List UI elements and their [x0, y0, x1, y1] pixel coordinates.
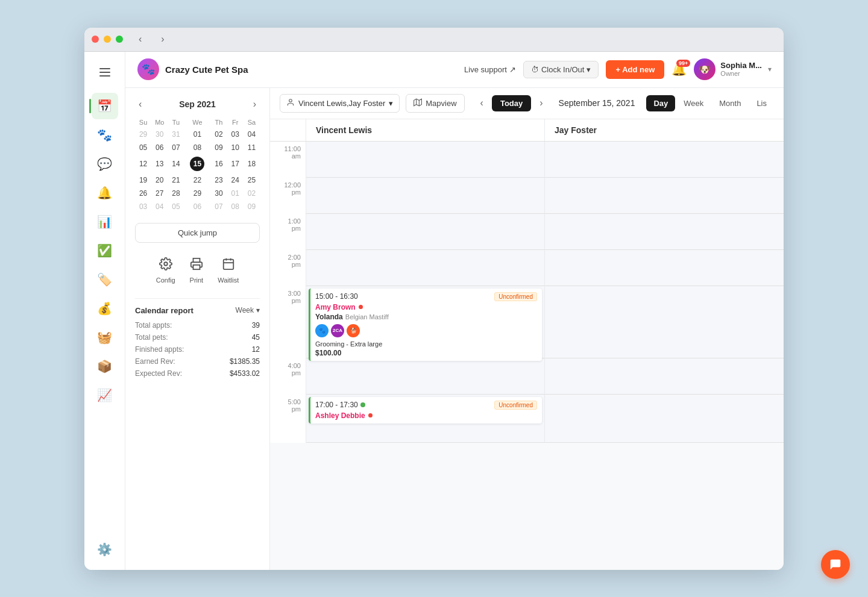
cal-day[interactable]: 05	[135, 141, 151, 154]
sidebar-item-billing[interactable]: 💰	[92, 295, 118, 322]
cal-day[interactable]: 02	[244, 187, 260, 200]
slot-jay-2pm[interactable]	[545, 250, 784, 286]
cal-day[interactable]: 07	[168, 141, 184, 154]
cal-day[interactable]: 01	[184, 128, 211, 141]
tab-day[interactable]: Day	[646, 95, 675, 111]
user-profile[interactable]: 🐶 Sophia M... Owner ▾	[694, 58, 772, 80]
tab-month[interactable]: Month	[712, 95, 748, 111]
cal-day[interactable]: 12	[135, 154, 151, 173]
cal-day[interactable]: 10	[227, 141, 244, 154]
cal-next-button[interactable]: ›	[535, 95, 547, 111]
sidebar-item-laundry[interactable]: 🧺	[92, 324, 118, 351]
cal-day[interactable]: 28	[168, 187, 184, 200]
sidebar-item-tasks[interactable]: ✅	[92, 237, 118, 264]
chat-fab-button[interactable]	[821, 550, 850, 579]
cal-day-today[interactable]: 15	[184, 154, 211, 173]
slot-vincent-11am[interactable]	[306, 142, 545, 178]
appointment-card-amy[interactable]: 15:00 - 16:30 Unconfirmed Amy Brown Yola…	[309, 289, 542, 361]
cal-day[interactable]: 02	[210, 128, 227, 141]
sidebar-item-settings[interactable]: ⚙️	[92, 536, 118, 563]
slot-jay-11am[interactable]	[545, 142, 784, 178]
report-period-selector[interactable]: Week ▾	[236, 306, 260, 314]
cal-day[interactable]: 11	[244, 141, 260, 154]
slot-vincent-1pm[interactable]	[306, 214, 545, 250]
cal-day[interactable]: 29	[135, 128, 151, 141]
back-button[interactable]: ‹	[135, 33, 145, 46]
cal-day[interactable]: 08	[184, 141, 211, 154]
cal-day[interactable]: 23	[210, 173, 227, 187]
slot-jay-4pm[interactable]	[545, 358, 784, 395]
notifications-button[interactable]: 🔔 99+	[671, 62, 687, 77]
sidebar-item-inventory[interactable]: 📦	[92, 353, 118, 380]
cal-day[interactable]: 30	[151, 128, 168, 141]
slot-jay-3pm[interactable]	[545, 286, 784, 358]
today-button[interactable]: Today	[492, 95, 531, 111]
slot-vincent-2pm[interactable]	[306, 250, 545, 286]
cal-day[interactable]: 14	[168, 154, 184, 173]
cal-day[interactable]: 16	[210, 154, 227, 173]
sidebar-item-analytics[interactable]: 📈	[92, 382, 118, 408]
cal-day[interactable]: 22	[184, 173, 211, 187]
cal-day[interactable]: 21	[168, 173, 184, 187]
cal-day[interactable]: 27	[151, 187, 168, 200]
cal-day[interactable]: 03	[227, 128, 244, 141]
close-dot[interactable]	[92, 36, 99, 43]
sidebar-item-messages[interactable]: 💬	[92, 151, 118, 177]
cal-day[interactable]: 01	[227, 187, 244, 200]
cal-day[interactable]: 19	[135, 173, 151, 187]
cal-day[interactable]: 13	[151, 154, 168, 173]
sidebar-item-calendar[interactable]: 📅	[92, 93, 118, 119]
cal-day[interactable]: 09	[210, 141, 227, 154]
slot-jay-5pm[interactable]	[545, 395, 784, 443]
slot-vincent-3pm[interactable]: 15:00 - 16:30 Unconfirmed Amy Brown Yola…	[306, 286, 545, 358]
cal-day[interactable]: 06	[184, 200, 211, 213]
sidebar-item-schedule[interactable]: 📊	[92, 208, 118, 235]
mini-cal-prev[interactable]: ‹	[135, 98, 145, 111]
slot-vincent-4pm[interactable]	[306, 358, 545, 395]
slot-jay-1pm[interactable]	[545, 214, 784, 250]
report-row-total-appts: Total appts: 39	[135, 321, 260, 330]
maximize-dot[interactable]	[116, 36, 123, 43]
report-header: Calendar report Week ▾	[135, 306, 260, 315]
cal-prev-button[interactable]: ‹	[476, 95, 488, 111]
hamburger-menu[interactable]	[92, 59, 118, 86]
minimize-dot[interactable]	[104, 36, 111, 43]
waitlist-button[interactable]: Waitlist	[213, 252, 244, 289]
tab-week[interactable]: Week	[676, 95, 711, 111]
cal-day[interactable]: 30	[210, 187, 227, 200]
cal-day[interactable]: 17	[227, 154, 244, 173]
slot-jay-12pm[interactable]	[545, 178, 784, 214]
cal-day[interactable]: 24	[227, 173, 244, 187]
sidebar-item-pets[interactable]: 🐾	[92, 122, 118, 148]
quick-jump-button[interactable]: Quick jump	[135, 223, 260, 243]
mini-cal-next[interactable]: ›	[250, 98, 260, 111]
cal-day[interactable]: 04	[244, 128, 260, 141]
staff-filter-selector[interactable]: Vincent Lewis,Jay Foster ▾	[280, 94, 400, 113]
cal-day[interactable]: 29	[184, 187, 211, 200]
cal-day[interactable]: 08	[227, 200, 244, 213]
cal-day[interactable]: 04	[151, 200, 168, 213]
live-support-button[interactable]: Live support ↗	[464, 65, 516, 74]
cal-day[interactable]: 26	[135, 187, 151, 200]
config-button[interactable]: Config	[151, 252, 180, 289]
sidebar-item-reminders[interactable]: 🔔	[92, 180, 118, 206]
add-new-button[interactable]: + Add new	[606, 60, 664, 79]
cal-day[interactable]: 31	[168, 128, 184, 141]
slot-vincent-5pm[interactable]: 17:00 - 17:30 Unconfirmed Ashley Debbie	[306, 395, 545, 443]
cal-day[interactable]: 18	[244, 154, 260, 173]
cal-day[interactable]: 09	[244, 200, 260, 213]
cal-day[interactable]: 25	[244, 173, 260, 187]
sidebar-item-tags[interactable]: 🏷️	[92, 266, 118, 293]
cal-day[interactable]: 07	[210, 200, 227, 213]
cal-day[interactable]: 20	[151, 173, 168, 187]
cal-day[interactable]: 06	[151, 141, 168, 154]
print-button[interactable]: Print	[185, 252, 209, 289]
cal-day[interactable]: 05	[168, 200, 184, 213]
mapview-button[interactable]: Mapview	[406, 94, 464, 113]
clock-in-out-button[interactable]: ⏱ Clock In/Out ▾	[523, 61, 599, 78]
slot-vincent-12pm[interactable]	[306, 178, 545, 214]
appointment-card-ashley[interactable]: 17:00 - 17:30 Unconfirmed Ashley Debbie	[309, 397, 542, 424]
cal-day[interactable]: 03	[135, 200, 151, 213]
forward-button[interactable]: ›	[157, 33, 168, 46]
tab-list[interactable]: Lis	[749, 95, 774, 111]
